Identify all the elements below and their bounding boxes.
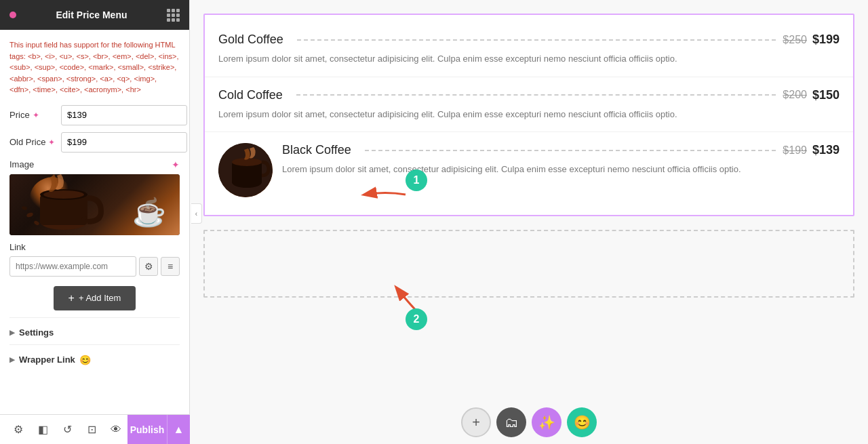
settings-toggle[interactable]: ▶ Settings: [9, 327, 180, 338]
toolbar-add-button[interactable]: +: [461, 407, 491, 437]
annotation-badge-2: 2: [406, 308, 427, 330]
black-coffee-new-price: $139: [812, 143, 840, 157]
old-price-input[interactable]: [61, 132, 187, 153]
toolbar-face-icon: 😊: [574, 414, 591, 430]
image-section: Image ✦: [9, 159, 180, 235]
toolbar-face-button[interactable]: 😊: [567, 407, 597, 437]
toolbar-folder-icon: 🗂: [505, 415, 518, 430]
link-section: Link ⚙ ≡: [9, 242, 180, 277]
toolbar-folder-button[interactable]: 🗂: [496, 407, 526, 437]
eye-bottom-icon[interactable]: 👁: [104, 418, 127, 441]
wrapper-toggle[interactable]: ▶ Wrapper Link 😊: [9, 355, 180, 365]
black-coffee-content: Black Coffee $199 $139 Lorem ipsum dolor…: [282, 143, 840, 176]
header-dot: [9, 12, 16, 18]
grid-icon[interactable]: [167, 9, 180, 22]
html-notice: This input field has support for the fol…: [9, 39, 180, 96]
toolbar-sparkle-icon: ✨: [538, 414, 555, 430]
add-item-plus-icon: +: [68, 292, 75, 304]
wrapper-emoji-icon: 😊: [79, 355, 91, 365]
toolbar-plus-icon: +: [472, 415, 480, 430]
menu-item-cold-coffee: Cold Coffee $200 $150 Lorem ipsum dolor …: [205, 77, 853, 133]
panel-header: Edit Price Menu: [0, 0, 189, 30]
black-coffee-desc: Lorem ipsum dolor sit amet, consectetur …: [282, 163, 840, 176]
cold-coffee-new-price: $150: [812, 88, 840, 102]
settings-label: Settings: [19, 327, 54, 338]
gold-coffee-prices: $250 $199: [783, 33, 840, 47]
panel-title: Edit Price Menu: [56, 9, 127, 20]
wrapper-arrow-icon: ▶: [9, 356, 15, 363]
link-row: ⚙ ≡: [9, 256, 180, 277]
image-sparkle-icon: ✦: [172, 159, 180, 170]
toolbar-sparkle-button[interactable]: ✨: [532, 407, 561, 437]
cold-coffee-old-price: $200: [783, 89, 807, 101]
cold-coffee-dots: [296, 94, 776, 96]
copy-bottom-icon[interactable]: ⊡: [80, 418, 103, 441]
svg-point-6: [33, 220, 39, 225]
price-input[interactable]: [61, 105, 187, 125]
empty-drop-area: [203, 230, 854, 298]
gold-coffee-old-price: $250: [783, 34, 807, 46]
gold-coffee-new-price: $199: [812, 33, 840, 47]
old-price-sparkle-icon: ✦: [48, 138, 55, 147]
black-coffee-prices: $199 $139: [783, 143, 840, 157]
black-coffee-header: Black Coffee $199 $139: [282, 143, 840, 157]
annotation-circle-2: 2: [406, 308, 427, 330]
panel-collapse-button[interactable]: ‹: [191, 203, 202, 224]
gold-coffee-name: Gold Coffee: [218, 33, 283, 47]
annotation-badge-1: 1: [406, 169, 427, 191]
cold-coffee-content: Cold Coffee $200 $150 Lorem ipsum dolor …: [218, 88, 840, 121]
right-bottom-toolbar: + 🗂 ✨ 😊: [461, 407, 597, 437]
wrapper-label: Wrapper Link: [19, 355, 75, 365]
coffee-art: [9, 174, 180, 235]
menu-item-gold-coffee: Gold Coffee $250 $199 Lorem ipsum dolor …: [205, 22, 853, 77]
cold-coffee-desc: Lorem ipsum dolor sit amet, consectetur …: [218, 108, 840, 121]
menu-container: Gold Coffee $250 $199 Lorem ipsum dolor …: [203, 14, 854, 216]
left-panel: Edit Price Menu This input field has sup…: [0, 0, 190, 444]
gold-coffee-header: Gold Coffee $250 $199: [218, 33, 840, 47]
annotation-circle-1: 1: [406, 169, 427, 191]
cold-coffee-name: Cold Coffee: [218, 88, 283, 102]
panel-body: This input field has support for the fol…: [0, 30, 189, 444]
svg-point-5: [21, 205, 27, 210]
gold-coffee-desc: Lorem ipsum dolor sit amet, consectetur …: [218, 52, 840, 66]
wrapper-section: ▶ Wrapper Link 😊: [9, 344, 180, 365]
right-panel: Gold Coffee $250 $199 Lorem ipsum dolor …: [190, 0, 868, 444]
image-label-row: Image ✦: [9, 159, 180, 170]
price-label: Price ✦: [9, 110, 57, 120]
black-coffee-dots: [365, 150, 776, 151]
bottom-icons: ⚙ ◧ ↺ ⊡ 👁: [0, 418, 127, 441]
black-coffee-name: Black Coffee: [282, 143, 351, 157]
price-sparkle-icon: ✦: [33, 110, 39, 120]
image-preview-inner: [9, 174, 180, 235]
settings-bottom-icon[interactable]: ⚙: [7, 418, 30, 441]
cold-coffee-prices: $200 $150: [783, 88, 840, 102]
add-item-button[interactable]: + + Add Item: [54, 286, 136, 310]
old-price-field-row: Old Price ✦ ≡: [9, 132, 180, 153]
link-input[interactable]: [9, 256, 136, 277]
settings-section: ▶ Settings: [9, 317, 180, 338]
old-price-label: Old Price ✦: [9, 137, 57, 147]
add-item-label: + Add Item: [79, 293, 121, 303]
settings-arrow-icon: ▶: [9, 329, 15, 336]
link-label: Link: [9, 242, 180, 252]
black-coffee-thumb: [218, 143, 273, 197]
link-options-button[interactable]: ≡: [161, 257, 180, 276]
publish-chevron-button[interactable]: ▲: [167, 415, 190, 445]
black-coffee-thumb-inner: [218, 143, 273, 197]
image-preview[interactable]: [9, 174, 180, 235]
menu-item-black-coffee: Black Coffee $199 $139 Lorem ipsum dolor…: [205, 132, 853, 208]
cold-coffee-header: Cold Coffee $200 $150: [218, 88, 840, 102]
gold-coffee-content: Gold Coffee $250 $199 Lorem ipsum dolor …: [218, 33, 840, 66]
svg-point-3: [43, 190, 84, 199]
svg-point-4: [26, 211, 33, 218]
bottom-bar: ⚙ ◧ ↺ ⊡ 👁 Publish ▲: [0, 414, 190, 444]
history-bottom-icon[interactable]: ↺: [56, 418, 79, 441]
gold-coffee-dots: [297, 39, 776, 41]
price-field-row: Price ✦ ≡: [9, 105, 180, 125]
publish-button[interactable]: Publish: [127, 415, 167, 445]
layers-bottom-icon[interactable]: ◧: [31, 418, 54, 441]
link-settings-button[interactable]: ⚙: [139, 257, 158, 276]
black-coffee-old-price: $199: [783, 144, 807, 157]
